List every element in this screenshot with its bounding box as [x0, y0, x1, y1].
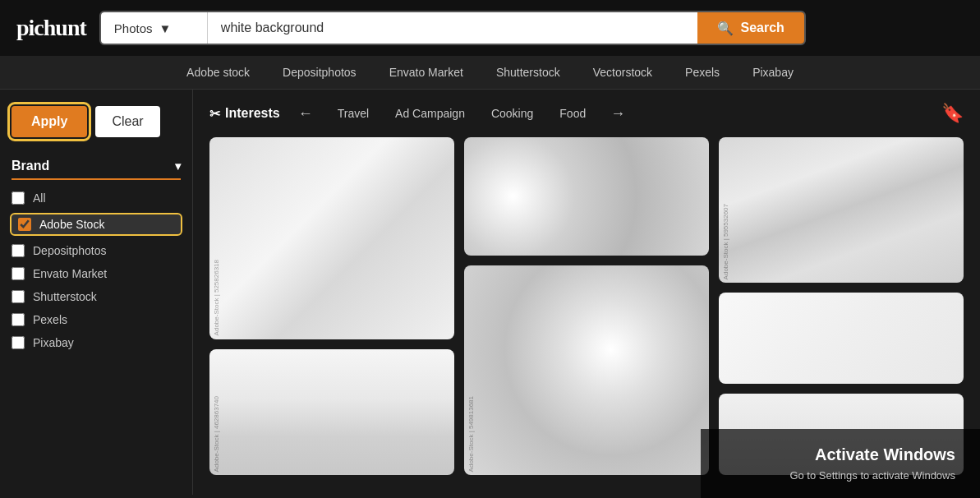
watermark-2: Adobe-Stock | 462863740 [213, 396, 220, 472]
depositphotos-checkbox[interactable] [12, 244, 25, 257]
search-button[interactable]: 🔍 Search [697, 12, 803, 44]
brand-section: Brand ▾ All Adobe Stock Depositphotos En… [12, 154, 181, 349]
filter-adobe-stock[interactable]: Adobe Stock [12, 214, 181, 234]
nav-envato-market[interactable]: Envato Market [389, 66, 463, 79]
apply-button[interactable]: Apply [12, 106, 87, 137]
search-btn-label: Search [740, 21, 784, 35]
depositphotos-label: Depositphotos [33, 244, 107, 257]
image-col-2: Adobe-Stock | 549813681 [464, 137, 709, 475]
image-preview-2 [209, 349, 454, 475]
nav-vectorstock[interactable]: Vectorstock [593, 66, 652, 79]
image-preview-5 [719, 137, 964, 283]
all-label: All [33, 191, 46, 205]
image-preview-6 [719, 293, 964, 384]
pexels-checkbox[interactable] [12, 313, 25, 326]
nav-shutterstock[interactable]: Shutterstock [496, 66, 560, 79]
filter-envato[interactable]: Envato Market [12, 267, 181, 280]
nav-depositphotos[interactable]: Depositphotos [283, 66, 357, 79]
activate-windows-overlay: Activate Windows Go to Settings to activ… [701, 429, 980, 498]
interests-icon: ✂ [209, 106, 220, 122]
shutterstock-checkbox[interactable] [12, 290, 25, 303]
pexels-label: Pexels [33, 313, 67, 326]
brand-header: Brand ▾ [12, 154, 181, 180]
watermark-5: Adobe-Stock | 595532607 [722, 204, 729, 279]
search-type-dropdown[interactable]: Photos ▼ [101, 12, 208, 44]
brand-label: Brand [12, 159, 49, 173]
logo: pichunt [16, 15, 86, 41]
interests-next-button[interactable]: → [605, 104, 630, 124]
search-icon: 🔍 [717, 21, 734, 36]
interest-cooking[interactable]: Cooking [485, 104, 540, 123]
image-card-4[interactable]: Adobe-Stock | 549813681 [464, 265, 709, 475]
image-card-3[interactable] [464, 137, 709, 256]
filter-shutterstock[interactable]: Shutterstock [12, 290, 181, 303]
envato-checkbox[interactable] [12, 267, 25, 280]
image-card-6[interactable] [719, 293, 964, 384]
filter-actions: Apply Clear [12, 106, 181, 137]
adobe-stock-checkbox[interactable] [18, 218, 31, 231]
filter-all[interactable]: All [12, 191, 181, 205]
interest-food[interactable]: Food [553, 104, 592, 123]
pixabay-label: Pixabay [33, 336, 74, 349]
adobe-stock-label: Adobe Stock [39, 218, 104, 231]
nav-adobe-stock[interactable]: Adobe stock [186, 66, 250, 79]
interests-label: ✂ Interests [209, 106, 280, 122]
sidebar: Apply Clear Brand ▾ All Adobe Stock Depo… [0, 90, 193, 495]
filter-pexels[interactable]: Pexels [12, 313, 181, 326]
logo-text: pichunt [16, 15, 86, 40]
pixabay-checkbox[interactable] [12, 336, 25, 349]
search-type-label: Photos [114, 21, 153, 35]
watermark-1: Adobe-Stock | 525826318 [213, 260, 220, 335]
interests-text: Interests [225, 106, 280, 121]
filter-depositphotos[interactable]: Depositphotos [12, 244, 181, 257]
bookmark-button[interactable]: 🔖 [941, 103, 964, 124]
interests-bar: ✂ Interests ← Travel Ad Campaign Cooking… [209, 103, 964, 124]
activate-windows-subtitle: Go to Settings to activate Windows [725, 469, 955, 482]
image-card-1[interactable]: Adobe-Stock | 525826318 [209, 137, 454, 339]
image-preview-4 [464, 265, 709, 475]
interest-ad-campaign[interactable]: Ad Campaign [389, 104, 472, 123]
image-preview-3 [464, 137, 709, 256]
all-checkbox[interactable] [12, 191, 25, 205]
nav-pexels[interactable]: Pexels [685, 66, 720, 79]
shutterstock-label: Shutterstock [33, 290, 97, 303]
image-card-5[interactable]: Adobe-Stock | 595532607 [719, 137, 964, 283]
chevron-down-icon[interactable]: ▾ [175, 159, 181, 173]
filter-pixabay[interactable]: Pixabay [12, 336, 181, 349]
nav-bar: Adobe stock Depositphotos Envato Market … [0, 56, 980, 90]
interest-travel[interactable]: Travel [331, 104, 375, 123]
clear-button[interactable]: Clear [95, 106, 159, 137]
dropdown-arrow-icon: ▼ [159, 21, 172, 35]
watermark-4: Adobe-Stock | 549813681 [467, 396, 475, 472]
image-preview-1 [209, 137, 454, 339]
image-col-3: Adobe-Stock | 595532607 [719, 137, 964, 475]
activate-windows-title: Activate Windows [725, 445, 955, 464]
interests-prev-button[interactable]: ← [293, 104, 318, 124]
image-col-1: Adobe-Stock | 525826318 Adobe-Stock | 46… [209, 137, 454, 475]
envato-label: Envato Market [33, 267, 107, 280]
image-card-2[interactable]: Adobe-Stock | 462863740 [209, 349, 454, 475]
search-input[interactable] [208, 12, 698, 44]
header: pichunt Photos ▼ 🔍 Search [0, 0, 980, 56]
image-grid: Adobe-Stock | 525826318 Adobe-Stock | 46… [209, 137, 964, 475]
nav-pixabay[interactable]: Pixabay [752, 66, 794, 79]
search-bar: Photos ▼ 🔍 Search [99, 11, 806, 45]
